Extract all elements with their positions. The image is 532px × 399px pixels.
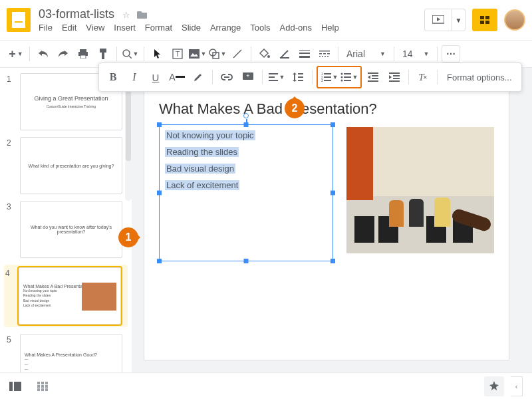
slide-title[interactable]: What Makes A Bad Presentation?	[144, 88, 509, 122]
doc-title[interactable]: 03-format-lists	[39, 7, 114, 21]
redo-button[interactable]	[54, 45, 72, 63]
slide-image[interactable]	[346, 127, 494, 253]
font-selector[interactable]: Arial▼	[342, 45, 390, 63]
svg-rect-67	[37, 388, 40, 391]
menu-file[interactable]: File	[39, 23, 53, 33]
explore-button[interactable]	[484, 376, 504, 396]
menu-arrange[interactable]: Arrange	[210, 23, 241, 33]
menu-tools[interactable]: Tools	[250, 23, 270, 33]
thumb-4[interactable]: 4 What Makes A Bad Presentation? Not kno…	[4, 265, 128, 327]
svg-rect-26	[327, 53, 330, 55]
thumb-2[interactable]: 2 What kind of presentation are you givi…	[7, 137, 128, 194]
new-slide-button[interactable]: +▼	[7, 45, 25, 63]
align-button[interactable]: ▼	[267, 67, 287, 87]
resize-handle[interactable]	[244, 122, 249, 127]
thumbnail-panel: 1 Giving a Great PresentationCustomGuide…	[0, 68, 132, 374]
comment-button[interactable]: +	[238, 67, 258, 87]
svg-rect-7	[80, 55, 86, 59]
undo-button[interactable]	[34, 45, 53, 63]
svg-rect-21	[299, 53, 310, 54]
italic-button[interactable]: I	[124, 67, 144, 87]
more-toolbar-button[interactable]: ⋯	[442, 45, 460, 63]
border-dash-button[interactable]	[315, 45, 334, 63]
link-button[interactable]	[217, 67, 237, 87]
list-item[interactable]: Not knowing your topic	[165, 130, 255, 140]
svg-point-10	[123, 50, 130, 57]
thumb-5[interactable]: 5 What Makes A Presentation Good?———	[7, 334, 128, 374]
resize-handle[interactable]	[331, 259, 335, 263]
svg-rect-37	[298, 76, 303, 78]
bold-button[interactable]: B	[103, 67, 123, 87]
menu-addons[interactable]: Add-ons	[280, 23, 312, 33]
menu-view[interactable]: View	[86, 23, 104, 33]
text-color-button[interactable]: A	[167, 67, 187, 87]
svg-rect-30	[327, 56, 329, 57]
menu-edit[interactable]: Edit	[62, 23, 76, 33]
fill-color-button[interactable]	[255, 45, 274, 63]
font-size-selector[interactable]: 14▼	[398, 45, 434, 63]
present-dropdown-icon[interactable]: ▼	[452, 9, 465, 31]
highlight-button[interactable]	[188, 67, 208, 87]
thumb-3[interactable]: 3 What do you want to know after today's…	[7, 201, 128, 258]
menu-help[interactable]: Help	[321, 23, 339, 33]
grid-view-icon[interactable]	[37, 382, 48, 391]
canvas[interactable]: What Makes A Bad Presentation? Not knowi…	[132, 68, 532, 374]
resize-handle[interactable]	[157, 191, 162, 196]
numbered-list-button[interactable]: 123▼	[319, 67, 339, 87]
print-button[interactable]	[74, 45, 92, 63]
menu-format[interactable]: Format	[145, 23, 172, 33]
resize-handle[interactable]	[331, 122, 335, 127]
resize-handle[interactable]	[157, 259, 162, 263]
share-button[interactable]	[472, 9, 497, 31]
svg-rect-69	[45, 388, 48, 391]
rotate-handle[interactable]	[243, 113, 249, 118]
format-options-button[interactable]: Format options...	[442, 72, 517, 82]
folder-icon[interactable]	[137, 10, 148, 20]
increase-indent-button[interactable]	[384, 67, 404, 87]
avatar[interactable]	[504, 9, 525, 31]
svg-rect-54	[372, 78, 378, 79]
star-icon[interactable]: ☆	[122, 10, 130, 20]
image-tool[interactable]: ▼	[188, 45, 207, 63]
paint-format-button[interactable]	[94, 45, 112, 63]
svg-rect-27	[319, 56, 321, 57]
line-spacing-button[interactable]	[288, 67, 308, 87]
svg-rect-24	[319, 53, 322, 55]
hscroll-left-icon[interactable]: ‹	[511, 376, 523, 396]
shape-tool[interactable]: ▼	[208, 45, 227, 63]
svg-rect-19	[280, 57, 289, 59]
svg-text:T: T	[176, 50, 180, 58]
menu-insert[interactable]: Insert	[114, 23, 136, 33]
text-list[interactable]: Not knowing your topic Reading the slide…	[160, 125, 332, 202]
zoom-button[interactable]: ▼	[121, 45, 140, 63]
slide[interactable]: What Makes A Bad Presentation? Not knowi…	[144, 88, 509, 360]
svg-rect-22	[299, 56, 310, 58]
svg-rect-58	[393, 78, 400, 79]
bulleted-list-button[interactable]: ▼	[339, 67, 359, 87]
svg-rect-14	[189, 49, 200, 59]
clear-format-button[interactable]: T✕	[413, 67, 433, 87]
text-box-selected[interactable]: Not knowing your topic Reading the slide…	[159, 124, 333, 261]
svg-rect-61	[37, 382, 40, 384]
select-tool[interactable]	[148, 45, 167, 63]
menu-slide[interactable]: Slide	[182, 23, 201, 33]
line-tool[interactable]	[228, 45, 247, 63]
resize-handle[interactable]	[157, 122, 162, 127]
decrease-indent-button[interactable]	[363, 67, 383, 87]
svg-rect-64	[37, 385, 40, 388]
svg-rect-8	[100, 49, 106, 53]
border-weight-button[interactable]	[295, 45, 314, 63]
svg-rect-23	[319, 51, 330, 52]
textbox-tool[interactable]: T	[168, 45, 187, 63]
filmstrip-view-icon[interactable]	[9, 382, 21, 391]
list-item[interactable]: Lack of excitement	[165, 180, 239, 190]
present-icon[interactable]	[425, 9, 452, 31]
present-button[interactable]: ▼	[424, 9, 466, 31]
resize-handle[interactable]	[244, 259, 249, 263]
list-item[interactable]: Reading the slides	[165, 147, 239, 157]
svg-rect-33	[269, 73, 278, 74]
list-item[interactable]: Bad visual design	[165, 164, 235, 174]
underline-button[interactable]: U	[146, 67, 166, 87]
border-color-button[interactable]	[275, 45, 294, 63]
resize-handle[interactable]	[331, 191, 335, 196]
